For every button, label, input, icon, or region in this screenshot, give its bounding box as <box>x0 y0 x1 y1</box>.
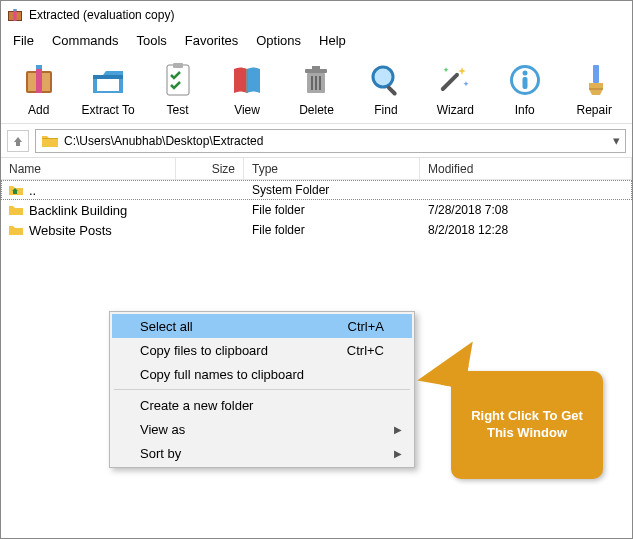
trash-icon <box>297 61 335 99</box>
toolbar-view-label: View <box>234 103 260 117</box>
context-menu: Select all Ctrl+A Copy files to clipboar… <box>109 311 415 468</box>
wand-icon <box>436 61 474 99</box>
svg-rect-25 <box>593 65 599 83</box>
up-arrow-icon <box>12 135 24 147</box>
checklist-icon <box>159 61 197 99</box>
column-name[interactable]: Name <box>1 158 176 179</box>
folder-icon <box>42 134 58 148</box>
toolbar-repair-label: Repair <box>577 103 612 117</box>
cell-modified: 8/2/2018 12:28 <box>420 223 632 237</box>
address-bar: ▾ <box>1 124 632 158</box>
toolbar-extract-label: Extract To <box>82 103 135 117</box>
info-icon <box>506 61 544 99</box>
up-button[interactable] <box>7 130 29 152</box>
svg-point-23 <box>522 71 527 76</box>
column-modified[interactable]: Modified <box>420 158 632 179</box>
ctx-shortcut: Ctrl+C <box>347 343 384 358</box>
menu-bar: File Commands Tools Favorites Options He… <box>1 29 632 51</box>
toolbar-test-label: Test <box>167 103 189 117</box>
column-type[interactable]: Type <box>244 158 420 179</box>
ctx-view-as[interactable]: View as ▶ <box>112 417 412 441</box>
ctx-copy-names[interactable]: Copy full names to clipboard <box>112 362 412 386</box>
svg-rect-24 <box>522 77 527 89</box>
title-bar: Extracted (evaluation copy) <box>1 1 632 29</box>
svg-rect-10 <box>173 63 183 68</box>
ctx-create-folder[interactable]: Create a new folder <box>112 393 412 417</box>
toolbar-delete-button[interactable]: Delete <box>285 59 348 119</box>
svg-rect-11 <box>246 69 248 93</box>
ctx-label: Select all <box>140 319 193 334</box>
folder-icon <box>9 204 23 216</box>
ctx-separator <box>114 389 410 390</box>
toolbar-view-button[interactable]: View <box>215 59 278 119</box>
svg-rect-13 <box>305 69 327 73</box>
list-item-backlink[interactable]: Backlink Building File folder 7/28/2018 … <box>1 200 632 220</box>
toolbar-extract-button[interactable]: Extract To <box>76 59 139 119</box>
menu-help[interactable]: Help <box>311 31 354 50</box>
ctx-shortcut: Ctrl+A <box>348 319 384 334</box>
submenu-arrow-icon: ▶ <box>394 424 402 435</box>
svg-rect-8 <box>97 79 119 91</box>
list-item-posts[interactable]: Website Posts File folder 8/2/2018 12:28 <box>1 220 632 240</box>
cell-name: .. <box>29 183 36 198</box>
toolbar-test-button[interactable]: Test <box>146 59 209 119</box>
toolbar-delete-label: Delete <box>299 103 334 117</box>
menu-file[interactable]: File <box>5 31 42 50</box>
ctx-sort-by[interactable]: Sort by ▶ <box>112 441 412 465</box>
ctx-copy-files[interactable]: Copy files to clipboard Ctrl+C <box>112 338 412 362</box>
address-input-wrap[interactable]: ▾ <box>35 129 626 153</box>
cell-name: Backlink Building <box>29 203 127 218</box>
up-folder-icon <box>9 184 23 196</box>
svg-rect-17 <box>319 76 321 90</box>
ctx-label: Copy files to clipboard <box>140 343 268 358</box>
address-input[interactable] <box>64 134 607 148</box>
svg-rect-16 <box>315 76 317 90</box>
list-header: Name Size Type Modified <box>1 158 632 180</box>
cell-modified: 7/28/2018 7:08 <box>420 203 632 217</box>
ctx-label: Copy full names to clipboard <box>140 367 304 382</box>
svg-rect-14 <box>312 66 320 69</box>
cell-name: Website Posts <box>29 223 112 238</box>
svg-rect-7 <box>36 65 42 69</box>
menu-options[interactable]: Options <box>248 31 309 50</box>
toolbar-repair-button[interactable]: Repair <box>563 59 626 119</box>
toolbar-info-button[interactable]: Info <box>493 59 556 119</box>
toolbar-wizard-label: Wizard <box>437 103 474 117</box>
menu-tools[interactable]: Tools <box>128 31 174 50</box>
app-icon <box>7 7 23 23</box>
toolbar-wizard-button[interactable]: Wizard <box>424 59 487 119</box>
svg-rect-15 <box>311 76 313 90</box>
ctx-label: Sort by <box>140 446 181 461</box>
menu-favorites[interactable]: Favorites <box>177 31 246 50</box>
cell-type: File folder <box>244 223 420 237</box>
column-size[interactable]: Size <box>176 158 244 179</box>
folder-icon <box>9 224 23 236</box>
folder-extract-icon <box>89 61 127 99</box>
cell-type: File folder <box>244 203 420 217</box>
toolbar: Add Extract To Test View Delete Find W <box>1 51 632 124</box>
cell-type: System Folder <box>244 183 420 197</box>
menu-commands[interactable]: Commands <box>44 31 126 50</box>
callout-text: Right Click To Get This Window <box>461 408 593 442</box>
toolbar-find-button[interactable]: Find <box>354 59 417 119</box>
archive-add-icon <box>20 61 58 99</box>
svg-rect-6 <box>36 65 42 93</box>
magnifier-icon <box>367 61 405 99</box>
svg-rect-3 <box>14 9 17 11</box>
address-dropdown-icon[interactable]: ▾ <box>607 133 625 148</box>
toolbar-info-label: Info <box>515 103 535 117</box>
book-icon <box>228 61 266 99</box>
submenu-arrow-icon: ▶ <box>394 448 402 459</box>
annotation-callout: Right Click To Get This Window <box>451 371 603 479</box>
ctx-label: View as <box>140 422 185 437</box>
ctx-select-all[interactable]: Select all Ctrl+A <box>112 314 412 338</box>
svg-rect-20 <box>440 72 460 92</box>
window-title: Extracted (evaluation copy) <box>29 8 174 22</box>
brush-icon <box>575 61 613 99</box>
svg-rect-9 <box>167 65 189 95</box>
toolbar-add-button[interactable]: Add <box>7 59 70 119</box>
svg-rect-19 <box>386 85 397 96</box>
toolbar-find-label: Find <box>374 103 397 117</box>
list-item-up[interactable]: .. System Folder <box>1 180 632 200</box>
file-list: .. System Folder Backlink Building File … <box>1 180 632 240</box>
